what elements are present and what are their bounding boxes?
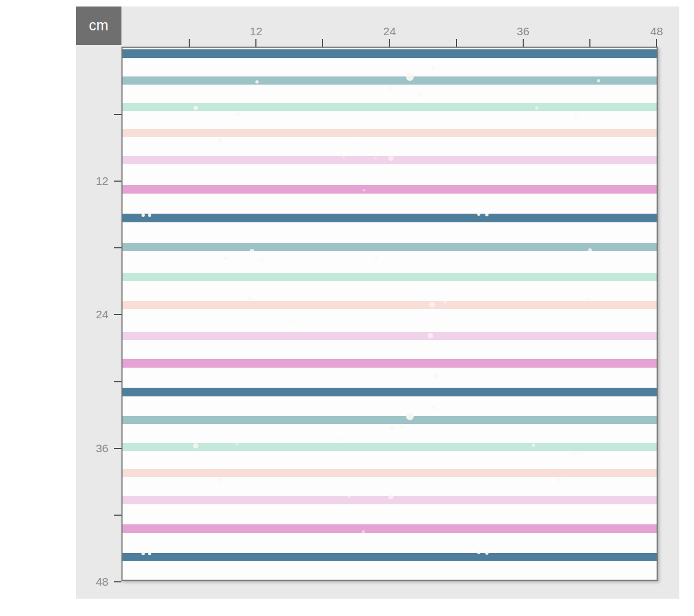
pattern-stripe-teal — [123, 76, 657, 85]
speckle-dot — [236, 113, 240, 116]
speckle-dot — [348, 495, 351, 498]
pattern-stripe-mint — [123, 103, 657, 111]
speckle-dot — [388, 494, 394, 499]
ruler-tick-left-36 — [114, 448, 121, 449]
speckle-dot — [428, 333, 433, 338]
speckle-dot — [477, 213, 480, 216]
ruler-label-left-48: 48 — [77, 576, 108, 588]
ruler-vertical: 12243648 — [76, 48, 121, 580]
speckle-dot — [375, 256, 378, 260]
ruler-tick-top-48 — [656, 39, 657, 47]
speckle-dot — [218, 138, 222, 143]
speckle-dot — [193, 443, 198, 448]
ruler-horizontal: 12243648 — [123, 7, 657, 47]
ruler-tick-left-42 — [114, 515, 121, 516]
ruler-tick-left-24 — [114, 314, 121, 315]
speckle-dot — [485, 213, 489, 216]
pattern-frame — [121, 47, 658, 581]
speckle-dot — [337, 438, 340, 441]
speckle-dot — [532, 444, 535, 447]
speckle-dot — [429, 302, 435, 307]
speckle-dot — [431, 66, 435, 70]
speckle-dot — [433, 374, 439, 379]
speckle-dot — [337, 101, 339, 103]
pattern-stripe-peach — [123, 469, 657, 477]
speckle-dot — [260, 259, 263, 262]
pattern-stripe-orchid — [123, 359, 657, 368]
ruler-tick-top-30 — [456, 39, 457, 47]
speckle-dot — [142, 214, 145, 217]
speckle-dot — [356, 142, 358, 144]
speckle-dot — [235, 442, 239, 446]
speckle-dot — [574, 113, 577, 117]
speckle-dot — [477, 551, 480, 554]
pattern-canvas[interactable] — [123, 48, 657, 580]
speckle-dot — [389, 86, 393, 91]
speckle-dot — [148, 552, 151, 555]
speckle-dot — [567, 262, 570, 266]
ruler-label-top-12: 12 — [250, 25, 262, 38]
speckle-dot — [389, 426, 394, 430]
design-preview-panel: cm 12243648 12243648 — [76, 7, 679, 599]
ruler-tick-top-36 — [523, 39, 524, 47]
ruler-tick-left-12 — [114, 181, 121, 182]
speckle-dot — [224, 257, 227, 260]
ruler-label-top-36: 36 — [517, 25, 529, 38]
ruler-tick-left-30 — [114, 381, 121, 382]
speckle-dot — [432, 406, 435, 409]
speckle-dot — [218, 477, 222, 482]
pattern-stripe-steel_blue — [123, 214, 657, 222]
pattern-stripe-pink — [123, 332, 657, 340]
ruler-label-left-24: 24 — [77, 309, 108, 320]
pattern-stripe-teal — [123, 416, 657, 424]
ruler-label-top-48: 48 — [650, 25, 663, 38]
pattern-stripe-steel_blue — [123, 388, 657, 396]
pattern-stripe-steel_blue — [123, 49, 657, 58]
speckle-dot — [406, 73, 414, 81]
speckle-dot — [587, 297, 590, 300]
speckle-dot — [485, 551, 489, 555]
ruler-tick-left-18 — [114, 247, 121, 248]
speckle-dot — [557, 477, 561, 482]
speckle-dot — [588, 248, 592, 253]
speckle-dot — [400, 425, 403, 428]
speckle-dot — [535, 106, 538, 110]
speckle-dot — [597, 79, 600, 82]
ruler-tick-left-48 — [114, 581, 121, 582]
speckle-dot — [194, 106, 198, 110]
pattern-stripe-peach — [123, 129, 657, 137]
speckle-dot — [362, 530, 365, 534]
pattern-stripe-mint — [123, 273, 657, 281]
pattern-stripe-orchid — [123, 185, 657, 194]
speckle-dot — [363, 189, 365, 191]
pattern-stripe-teal — [123, 243, 657, 251]
speckle-dot — [356, 481, 358, 483]
speckle-dot — [418, 92, 422, 97]
ruler-label-left-12: 12 — [77, 175, 108, 187]
speckle-dot — [574, 451, 577, 454]
speckle-dot — [343, 156, 345, 158]
speckle-dot — [250, 249, 254, 253]
pattern-stripe-steel_blue — [123, 553, 657, 561]
speckle-dot — [444, 300, 447, 304]
ruler-tick-top-18 — [322, 39, 323, 47]
ruler-label-top-24: 24 — [383, 25, 396, 38]
ruler-tick-top-6 — [189, 39, 190, 47]
speckle-dot — [255, 80, 259, 84]
speckle-dot — [289, 319, 292, 322]
ruler-unit-label: cm — [89, 18, 108, 33]
speckle-dot — [406, 413, 414, 420]
ruler-tick-top-12 — [255, 39, 256, 47]
pattern-stripe-mint — [123, 443, 657, 451]
speckle-dot — [142, 552, 145, 555]
ruler-tick-left-6 — [114, 114, 121, 115]
speckle-dot — [248, 297, 252, 300]
speckle-dot — [148, 214, 151, 217]
ruler-tick-top-42 — [589, 39, 590, 47]
ruler-label-left-36: 36 — [77, 442, 108, 454]
speckle-dot — [388, 156, 394, 161]
ruler-tick-top-24 — [389, 39, 390, 47]
speckle-dot — [375, 157, 377, 159]
pattern-stripe-orchid — [123, 524, 657, 533]
ruler-unit-box[interactable]: cm — [76, 7, 121, 45]
